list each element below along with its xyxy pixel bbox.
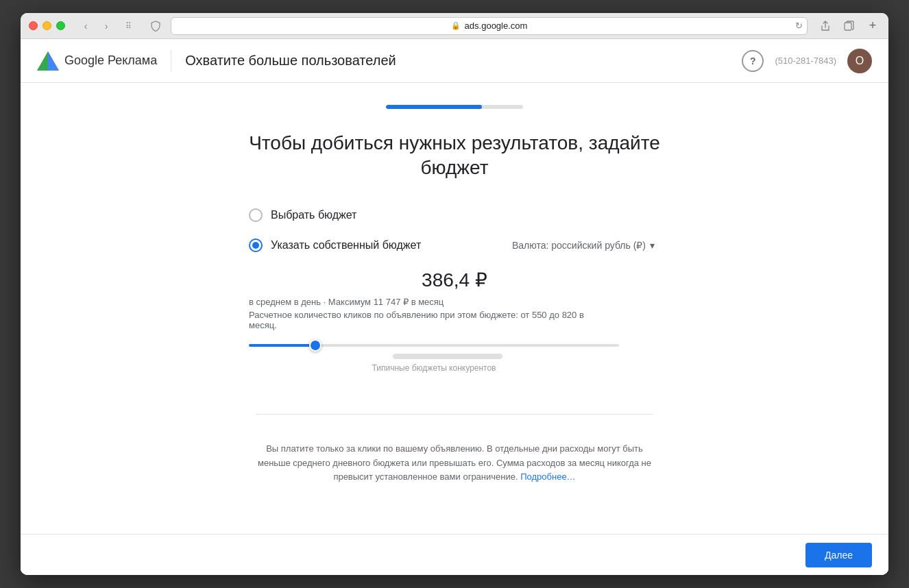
- per-day-description: в среднем в день · Максимум 11 747 ₽ в м…: [249, 297, 660, 307]
- budget-options: Выбрать бюджет Указать собственный бюдже…: [249, 208, 660, 373]
- logo-text: Google Реклама: [64, 53, 157, 68]
- traffic-lights: [29, 21, 65, 30]
- tab-grid-button[interactable]: ⠿: [119, 19, 138, 34]
- page-subtitle: Охватите больше пользователей: [185, 53, 742, 69]
- slider-container: Типичные бюджеты конкурентов: [249, 344, 619, 373]
- bottom-note-text: Вы платите только за клики по вашему объ…: [258, 443, 651, 482]
- refresh-button[interactable]: ↻: [795, 21, 803, 31]
- clicks-description: Расчетное количество кликов по объявлени…: [249, 310, 605, 330]
- nav-buttons: ‹ ›: [76, 19, 116, 34]
- competitor-range: [393, 354, 502, 359]
- radio-circle-1[interactable]: [249, 208, 263, 222]
- app-header: Google Реклама Охватите больше пользоват…: [21, 39, 888, 83]
- svg-rect-0: [845, 23, 851, 30]
- header-right: ? (510-281-7843) O: [742, 49, 872, 73]
- google-ads-logo: Google Реклама: [37, 51, 157, 71]
- google-ads-triangle-icon: [37, 51, 59, 71]
- forward-button[interactable]: ›: [97, 19, 116, 34]
- maximize-button[interactable]: [56, 21, 65, 30]
- help-button[interactable]: ?: [742, 50, 764, 72]
- shield-button[interactable]: [146, 18, 165, 34]
- progress-bar-container: [386, 105, 523, 109]
- budget-section: Указать собственный бюджет Валюта: росси…: [249, 236, 660, 373]
- phone-number: (510-281-7843): [775, 56, 836, 66]
- toolbar-right: +: [816, 19, 880, 34]
- progress-bar-fill: [386, 105, 482, 109]
- address-bar[interactable]: 🔒 ads.google.com ↻: [171, 17, 808, 35]
- option1-label: Выбрать бюджет: [271, 209, 356, 221]
- browser-window: ‹ › ⠿ 🔒 ads.google.com ↻: [21, 13, 888, 575]
- close-button[interactable]: [29, 21, 38, 30]
- title-bar: ‹ › ⠿ 🔒 ads.google.com ↻: [21, 13, 888, 39]
- app-content: Google Реклама Охватите больше пользоват…: [21, 39, 888, 575]
- next-button[interactable]: Далее: [805, 543, 872, 567]
- second-radio-row: Указать собственный бюджет Валюта: росси…: [249, 236, 660, 255]
- back-button[interactable]: ‹: [76, 19, 95, 34]
- option2-label: Указать собственный бюджет: [271, 239, 421, 252]
- budget-amount: 386,4 ₽: [249, 269, 660, 291]
- radio-option-1[interactable]: Выбрать бюджет: [249, 208, 660, 222]
- header-divider: [171, 50, 171, 72]
- bottom-bar: Далее: [21, 534, 888, 575]
- competitor-label: Типичные бюджеты конкурентов: [249, 363, 619, 373]
- slider-thumb[interactable]: [309, 339, 322, 352]
- learn-more-link[interactable]: Подробнее…: [520, 471, 575, 482]
- minimize-button[interactable]: [43, 21, 51, 30]
- main-content: Чтобы добиться нужных результатов, задай…: [21, 83, 888, 534]
- radio-circle-2[interactable]: [249, 238, 263, 252]
- page-heading: Чтобы добиться нужных результатов, задай…: [249, 131, 660, 181]
- currency-dropdown[interactable]: Валюта: российский рубль (₽) ▾: [507, 236, 660, 255]
- currency-label: Валюта: российский рубль (₽): [512, 240, 646, 251]
- lock-icon: 🔒: [451, 21, 461, 30]
- new-tab-button[interactable]: +: [865, 19, 880, 34]
- avatar[interactable]: O: [847, 49, 872, 73]
- chevron-down-icon: ▾: [650, 240, 655, 251]
- url-display: ads.google.com: [465, 21, 528, 31]
- new-tab-copy-button[interactable]: [839, 19, 858, 34]
- svg-marker-2: [48, 51, 59, 71]
- slider-fill: [249, 344, 315, 347]
- svg-marker-3: [37, 51, 48, 71]
- address-bar-container: 🔒 ads.google.com ↻: [146, 17, 808, 35]
- slider-track: [249, 344, 619, 347]
- radio-option-2[interactable]: Указать собственный бюджет: [249, 238, 421, 252]
- bottom-note: Вы платите только за клики по вашему объ…: [256, 414, 653, 485]
- share-button[interactable]: [816, 19, 835, 34]
